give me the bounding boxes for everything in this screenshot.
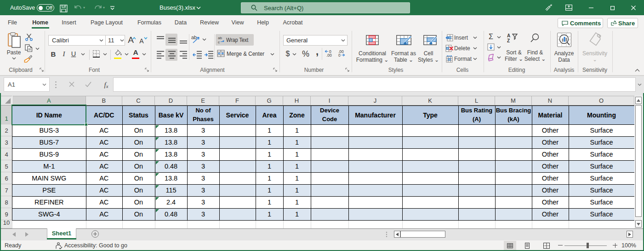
svg-text:ab: ab xyxy=(191,35,197,40)
svg-text:0: 0 xyxy=(338,53,341,58)
svg-text:A: A xyxy=(507,33,510,38)
svg-text:c: c xyxy=(218,40,220,44)
svg-text:Z: Z xyxy=(507,38,510,43)
svg-text:ab: ab xyxy=(218,36,222,40)
svg-text:.00: .00 xyxy=(326,53,332,58)
